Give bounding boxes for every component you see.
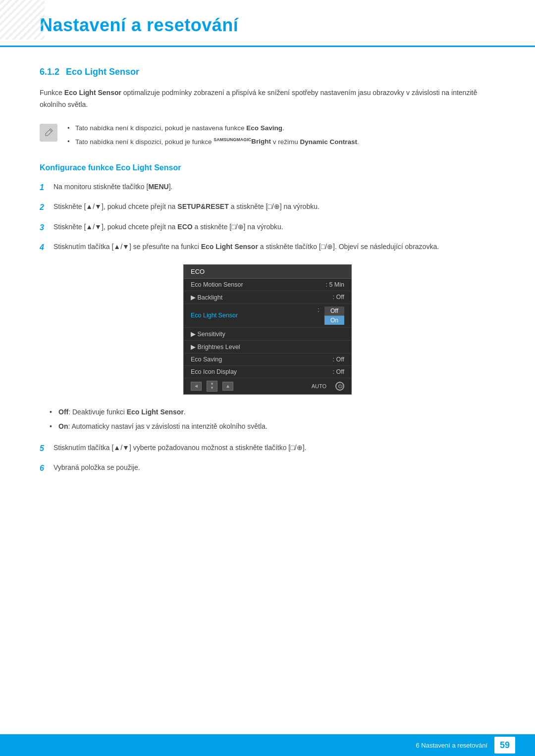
eco-row-label-brightness: ▶ Brightnes Level — [191, 343, 240, 351]
step-num-5: 5 — [40, 442, 54, 455]
eco-row-label-motion: Eco Motion Sensor — [191, 281, 243, 288]
step-3: 3 Stiskněte [▲/▼], pokud chcete přejít n… — [40, 221, 495, 234]
step-num-4: 4 — [40, 241, 54, 254]
eco-row-brightness: ▶ Brightnes Level — [184, 341, 351, 353]
eco-power-icon: ⏻ — [335, 382, 344, 391]
footer-page-number: 59 — [494, 737, 515, 754]
intro-highlight: Eco Light Sensor — [64, 89, 121, 97]
section-number: 6.1.2 — [40, 67, 59, 77]
eco-menu-title: ECO — [184, 265, 351, 279]
eco-menu: ECO Eco Motion Sensor : 5 Min ▶ Backligh… — [183, 264, 352, 395]
svg-line-0 — [50, 130, 52, 132]
step-num-3: 3 — [40, 221, 54, 234]
eco-row-label-icon-display: Eco Icon Display — [191, 368, 237, 375]
steps-list-continued: 5 Stisknutím tlačítka [▲/▼] vyberte poža… — [40, 442, 495, 475]
eco-menu-auto-label: AUTO — [312, 383, 326, 389]
eco-menu-container: ECO Eco Motion Sensor : 5 Min ▶ Backligh… — [40, 264, 495, 395]
eco-row-label-backlight: ▶ Backlight — [191, 294, 222, 301]
note-line-1: Tato nabídka není k dispozici, pokud je … — [67, 123, 495, 134]
eco-btn-down: ▼ ▼ — [207, 381, 217, 392]
eco-row-label-saving: Eco Saving — [191, 356, 222, 363]
eco-row-sensitivity: ▶ Sensitivity — [184, 328, 351, 341]
step-text-3: Stiskněte [▲/▼], pokud chcete přejít na … — [54, 221, 495, 233]
step-text-1: Na monitoru stiskněte tlačítko [MENU]. — [54, 181, 495, 193]
intro-text-prefix: Funkce — [40, 89, 64, 97]
eco-btn-left: ◄ — [191, 382, 202, 391]
note-icon-container — [40, 124, 59, 144]
page-footer: 6 Nastavení a resetování 59 — [0, 734, 535, 756]
eco-row-value-light: : Off On — [318, 306, 344, 325]
step-4: 4 Stisknutím tlačítka [▲/▼] se přesuňte … — [40, 241, 495, 254]
top-decoration — [0, 0, 50, 40]
eco-row-value-backlight: : Off — [333, 294, 344, 301]
eco-menu-bottom: ◄ ▼ ▼ ▲ AUTO ⏻ — [184, 378, 351, 394]
step-2: 2 Stiskněte [▲/▼], pokud chcete přejít n… — [40, 201, 495, 214]
pencil-icon — [44, 128, 54, 138]
eco-btn-up: ▲ — [222, 382, 233, 391]
steps-list: 1 Na monitoru stiskněte tlačítko [MENU].… — [40, 181, 495, 254]
note-box: Tato nabídka není k dispozici, pokud je … — [40, 123, 495, 150]
eco-row-label-sensitivity: ▶ Sensitivity — [191, 330, 225, 338]
page-title: Nastavení a resetování — [40, 15, 505, 36]
step-text-6: Vybraná položka se použije. — [54, 462, 495, 473]
eco-row-value-icon-display: : Off — [333, 368, 344, 375]
bullet-item-off: Off: Deaktivuje funkci Eco Light Sensor. — [50, 406, 495, 418]
main-content: 6.1.2 Eco Light Sensor Funkce Eco Light … — [0, 67, 535, 525]
eco-row-motion-sensor: Eco Motion Sensor : 5 Min — [184, 279, 351, 291]
note-icon — [40, 124, 57, 142]
eco-row-value-saving: : Off — [333, 356, 344, 363]
bullet-item-on: On: Automaticky nastaví jas v závislosti… — [50, 421, 495, 432]
step-text-2: Stiskněte [▲/▼], pokud chcete přejít na … — [54, 201, 495, 212]
subsection-heading: Konfigurace funkce Eco Light Sensor — [40, 163, 495, 172]
step-num-6: 6 — [40, 462, 54, 475]
step-num-2: 2 — [40, 201, 54, 214]
bullet-list: Off: Deaktivuje funkci Eco Light Sensor.… — [40, 406, 495, 432]
section-title: Eco Light Sensor — [66, 67, 139, 77]
eco-row-backlight: ▶ Backlight : Off — [184, 291, 351, 304]
eco-row-value-motion: : 5 Min — [325, 281, 344, 288]
step-text-5: Stisknutím tlačítka [▲/▼] vyberte požado… — [54, 442, 495, 454]
footer-text: 6 Nastavení a resetování — [416, 742, 487, 749]
eco-row-light-sensor: Eco Light Sensor : Off On — [184, 304, 351, 328]
intro-paragraph: Funkce Eco Light Sensor optimalizuje pod… — [40, 87, 495, 111]
eco-row-saving: Eco Saving : Off — [184, 353, 351, 366]
step-1: 1 Na monitoru stiskněte tlačítko [MENU]. — [40, 181, 495, 194]
step-6: 6 Vybraná položka se použije. — [40, 462, 495, 475]
page-header: Nastavení a resetování — [0, 0, 535, 47]
note-lines: Tato nabídka není k dispozici, pokud je … — [67, 123, 495, 150]
eco-row-icon-display: Eco Icon Display : Off — [184, 366, 351, 378]
step-text-4: Stisknutím tlačítka [▲/▼] se přesuňte na… — [54, 241, 495, 252]
step-5: 5 Stisknutím tlačítka [▲/▼] vyberte poža… — [40, 442, 495, 455]
eco-row-label-light: Eco Light Sensor — [191, 312, 238, 319]
section-heading: 6.1.2 Eco Light Sensor — [40, 67, 495, 77]
note-line-2: Tato nabídka není k dispozici, pokud je … — [67, 136, 495, 148]
step-num-1: 1 — [40, 181, 54, 194]
